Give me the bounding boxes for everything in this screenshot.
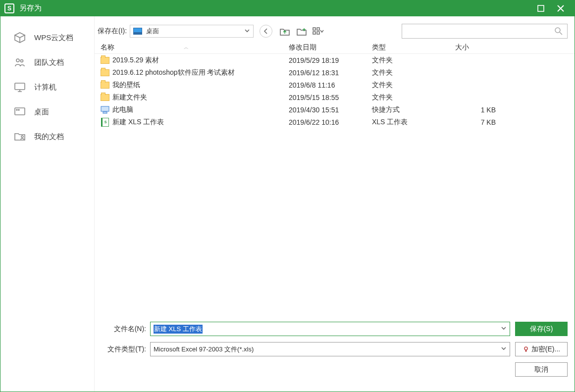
folder-icon xyxy=(101,81,109,90)
filename-label: 文件名(N): xyxy=(106,325,146,334)
cube-icon xyxy=(13,31,26,44)
file-name: 我的壁纸 xyxy=(112,81,140,90)
file-row[interactable]: S新建 XLS 工作表2019/6/22 10:16XLS 工作表7 KB xyxy=(98,116,575,128)
file-row[interactable]: 新建文件夹2019/5/15 18:55文件夹 xyxy=(98,91,575,103)
file-name: 新建文件夹 xyxy=(112,93,147,102)
file-row[interactable]: 此电脑2019/4/30 15:51快捷方式1 KB xyxy=(98,103,575,116)
sidebar: WPS云文档 团队文档 计算机 桌面 xyxy=(0,16,95,392)
save-button[interactable]: 保存(S) xyxy=(515,322,568,336)
new-folder-button[interactable] xyxy=(294,25,309,38)
file-name: 2019.6.12 photoshop软件应用 考试素材 xyxy=(112,68,235,77)
desktop-small-icon xyxy=(133,28,142,35)
sidebar-item-wps-cloud[interactable]: WPS云文档 xyxy=(0,25,94,50)
xls-icon: S xyxy=(101,118,109,127)
svg-rect-0 xyxy=(538,5,544,11)
search-icon xyxy=(554,27,563,36)
close-button[interactable] xyxy=(551,0,571,16)
encrypt-button[interactable]: 加密(E)... xyxy=(515,342,568,356)
file-type: 快捷方式 xyxy=(372,105,455,114)
file-type: 文件夹 xyxy=(372,93,455,102)
sort-asc-icon: ︿ xyxy=(184,44,189,51)
folder-icon xyxy=(101,93,109,102)
file-row[interactable]: 我的壁纸2019/6/8 11:16文件夹 xyxy=(98,79,575,91)
monitor-icon xyxy=(13,81,26,94)
pc-icon xyxy=(101,105,109,114)
view-mode-button[interactable] xyxy=(311,25,326,38)
filename-input[interactable]: 新建 XLS 工作表 xyxy=(150,322,510,336)
titlebar: S 另存为 xyxy=(0,0,575,16)
svg-point-6 xyxy=(18,109,19,110)
save-in-label: 保存在(I): xyxy=(98,27,127,36)
svg-rect-13 xyxy=(101,106,109,111)
file-name: 此电脑 xyxy=(112,105,133,114)
search-input[interactable] xyxy=(406,28,554,35)
filetype-dropdown[interactable]: Microsoft Excel 97-2003 文件(*.xls) xyxy=(150,342,510,356)
file-list-header: 名称︿ 修改日期 类型 大小 xyxy=(95,41,575,54)
file-size: 7 KB xyxy=(455,118,505,126)
svg-point-15 xyxy=(524,347,527,350)
file-size: 1 KB xyxy=(455,106,505,114)
file-type: 文件夹 xyxy=(372,81,455,90)
file-type: XLS 工作表 xyxy=(372,118,455,127)
file-row[interactable]: 2019.6.12 photoshop软件应用 考试素材2019/6/12 18… xyxy=(98,66,575,79)
column-name[interactable]: 名称︿ xyxy=(98,41,286,53)
svg-rect-10 xyxy=(313,32,315,34)
file-date: 2019/4/30 15:51 xyxy=(289,106,372,114)
maximize-button[interactable] xyxy=(531,0,551,16)
svg-rect-4 xyxy=(15,108,25,115)
chevron-down-icon[interactable] xyxy=(501,325,507,333)
column-date[interactable]: 修改日期 xyxy=(286,41,369,53)
file-row[interactable]: 2019.5.29 素材2019/5/29 18:19文件夹 xyxy=(98,54,575,66)
svg-point-5 xyxy=(16,109,17,110)
footer: 文件名(N): 新建 XLS 工作表 保存(S) 文件类型(T): Micros… xyxy=(95,316,575,392)
location-text: 桌面 xyxy=(146,27,159,36)
svg-point-1 xyxy=(16,59,19,62)
svg-rect-14 xyxy=(103,112,107,113)
svg-rect-8 xyxy=(313,28,315,30)
file-type: 文件夹 xyxy=(372,56,455,65)
sidebar-item-label: 桌面 xyxy=(34,107,49,117)
filetype-value: Microsoft Excel 97-2003 文件(*.xls) xyxy=(154,345,254,354)
sidebar-item-team[interactable]: 团队文档 xyxy=(0,50,94,75)
up-folder-button[interactable] xyxy=(277,25,292,38)
team-icon xyxy=(13,56,26,69)
svg-rect-3 xyxy=(15,83,25,90)
sidebar-item-label: 计算机 xyxy=(34,83,56,92)
sidebar-item-label: 我的文档 xyxy=(34,132,64,142)
toolbar: 保存在(I): 桌面 xyxy=(95,21,575,41)
file-date: 2019/5/15 18:55 xyxy=(289,94,372,101)
file-type: 文件夹 xyxy=(372,68,455,77)
file-date: 2019/6/22 10:16 xyxy=(289,118,372,126)
folder-icon xyxy=(101,68,109,77)
sidebar-item-label: 团队文档 xyxy=(34,58,64,67)
file-list: 2019.5.29 素材2019/5/29 18:19文件夹2019.6.12 … xyxy=(95,54,575,316)
cancel-button[interactable]: 取消 xyxy=(515,362,568,377)
file-name: 2019.5.29 素材 xyxy=(112,56,159,65)
filename-value: 新建 XLS 工作表 xyxy=(154,325,203,334)
folder-icon xyxy=(101,56,109,65)
file-date: 2019/5/29 18:19 xyxy=(289,56,372,64)
sidebar-item-my-docs[interactable]: 我的文档 xyxy=(0,124,94,149)
location-dropdown[interactable]: 桌面 xyxy=(130,25,254,38)
sidebar-item-computer[interactable]: 计算机 xyxy=(0,75,94,99)
chevron-down-icon xyxy=(244,28,250,35)
file-date: 2019/6/8 11:16 xyxy=(289,81,372,89)
svg-point-12 xyxy=(555,28,560,33)
app-icon: S xyxy=(4,3,14,13)
folder-person-icon xyxy=(13,130,26,143)
sidebar-item-label: WPS云文档 xyxy=(34,33,73,43)
filetype-label: 文件类型(T): xyxy=(106,345,146,354)
svg-point-7 xyxy=(21,136,23,138)
column-type[interactable]: 类型 xyxy=(369,41,452,53)
file-date: 2019/6/12 18:31 xyxy=(289,69,372,77)
search-box[interactable] xyxy=(402,24,568,39)
back-button[interactable] xyxy=(260,25,272,38)
sidebar-item-desktop[interactable]: 桌面 xyxy=(0,99,94,124)
desktop-icon xyxy=(13,105,26,118)
column-size[interactable]: 大小 xyxy=(452,41,502,53)
svg-point-2 xyxy=(21,60,23,62)
window-title: 另存为 xyxy=(19,3,531,13)
chevron-down-icon[interactable] xyxy=(501,345,507,353)
file-name: 新建 XLS 工作表 xyxy=(112,118,164,127)
